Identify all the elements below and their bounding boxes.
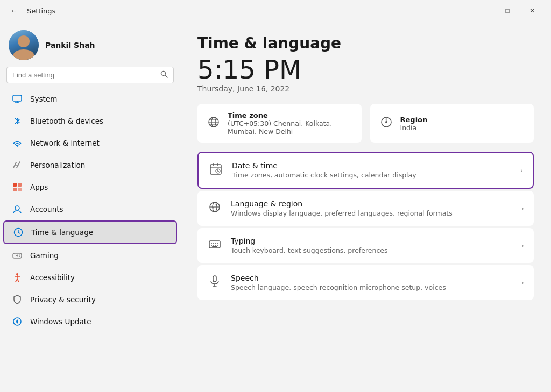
title-bar: ← Settings ─ □ ✕ xyxy=(0,0,551,22)
sidebar-label-gaming: Gaming xyxy=(30,251,59,260)
timezone-card: Time zone (UTC+05:30) Chennai, Kolkata, … xyxy=(197,104,362,143)
sidebar-label-privacy: Privacy & security xyxy=(30,295,96,304)
network-icon xyxy=(12,138,23,148)
speech-desc: Speech language, speech recognition micr… xyxy=(231,283,513,291)
sidebar-label-bluetooth: Bluetooth & devices xyxy=(30,117,103,125)
maximize-button[interactable]: □ xyxy=(495,2,520,19)
svg-rect-10 xyxy=(18,183,22,187)
sidebar-label-accounts: Accounts xyxy=(30,205,63,213)
sidebar-item-network[interactable]: Network & internet xyxy=(3,132,177,154)
setting-date-time[interactable]: Date & time Time zones, automatic clock … xyxy=(197,152,534,189)
current-time: 5:15 PM xyxy=(197,56,534,82)
system-icon xyxy=(12,94,23,104)
region-card: Region India xyxy=(370,104,534,143)
sidebar-label-system: System xyxy=(30,95,57,103)
accessibility-icon xyxy=(12,272,23,283)
search-input[interactable] xyxy=(12,71,156,79)
language-title: Language & region xyxy=(231,199,513,208)
sidebar: Pankil Shah System xyxy=(0,22,180,392)
sidebar-item-bluetooth[interactable]: Bluetooth & devices xyxy=(3,110,177,132)
date-time-desc: Time zones, automatic clock settings, ca… xyxy=(232,171,512,179)
window-title: Settings xyxy=(27,7,55,15)
svg-line-41 xyxy=(218,171,219,172)
content-area: Time & language 5:15 PM Thursday, June 1… xyxy=(180,22,551,392)
svg-line-6 xyxy=(13,162,16,168)
region-icon xyxy=(380,116,393,131)
sidebar-item-personalization[interactable]: Personalization xyxy=(3,154,177,176)
search-box xyxy=(6,67,174,83)
apps-icon xyxy=(12,182,23,193)
sidebar-item-privacy[interactable]: Privacy & security xyxy=(3,289,177,310)
typing-chevron: › xyxy=(521,241,524,250)
setting-language-region[interactable]: A文 Language & region Windows display lan… xyxy=(197,191,534,226)
sidebar-label-update: Windows Update xyxy=(30,317,91,326)
date-time-chevron: › xyxy=(520,166,523,174)
settings-list: Date & time Time zones, automatic clock … xyxy=(197,152,534,300)
timezone-label: Time zone xyxy=(228,111,352,119)
speech-text: Speech Speech language, speech recogniti… xyxy=(231,274,513,291)
timezone-text: Time zone (UTC+05:30) Chennai, Kolkata, … xyxy=(228,111,352,136)
personalization-icon xyxy=(12,160,23,170)
language-chevron: › xyxy=(521,204,524,212)
sidebar-item-accessibility[interactable]: Accessibility xyxy=(3,267,177,288)
timezone-icon xyxy=(207,116,220,131)
svg-line-16 xyxy=(18,232,20,233)
time-icon xyxy=(13,227,24,238)
svg-line-25 xyxy=(16,279,17,282)
sidebar-label-time: Time & language xyxy=(31,228,93,237)
update-icon xyxy=(12,316,23,327)
sidebar-label-personalization: Personalization xyxy=(30,161,85,169)
date-time-text: Date & time Time zones, automatic clock … xyxy=(232,161,512,179)
minimize-button[interactable]: ─ xyxy=(470,2,495,19)
setting-typing[interactable]: Typing Touch keyboard, text suggestions,… xyxy=(197,228,534,263)
svg-point-21 xyxy=(19,256,20,257)
date-time-title: Date & time xyxy=(232,161,512,170)
sidebar-item-apps[interactable]: Apps xyxy=(3,176,177,198)
app-body: Pankil Shah System xyxy=(0,22,551,392)
svg-point-20 xyxy=(19,255,20,256)
search-icon xyxy=(160,70,168,80)
svg-text:文: 文 xyxy=(215,204,217,206)
setting-speech[interactable]: Speech Speech language, speech recogniti… xyxy=(197,265,534,300)
sidebar-label-accessibility: Accessibility xyxy=(30,273,75,282)
svg-rect-11 xyxy=(13,188,17,191)
typing-desc: Touch keyboard, text suggestions, prefer… xyxy=(231,246,513,254)
privacy-icon xyxy=(12,294,23,305)
bluetooth-icon xyxy=(12,116,23,126)
typing-icon xyxy=(207,238,222,253)
sidebar-item-system[interactable]: System xyxy=(3,88,177,110)
gaming-icon xyxy=(12,250,23,261)
accounts-icon xyxy=(12,204,23,215)
region-label: Region xyxy=(400,116,428,124)
language-icon: A文 xyxy=(207,201,222,216)
svg-point-22 xyxy=(16,273,18,275)
page-title: Time & language xyxy=(197,34,534,52)
close-button[interactable]: ✕ xyxy=(520,2,545,19)
timezone-value: (UTC+05:30) Chennai, Kolkata, Mumbai, Ne… xyxy=(228,119,352,136)
svg-point-13 xyxy=(15,206,19,210)
sidebar-item-gaming[interactable]: Gaming xyxy=(3,245,177,266)
speech-icon xyxy=(207,275,222,290)
svg-rect-9 xyxy=(13,183,17,187)
svg-rect-2 xyxy=(13,95,22,101)
region-value: India xyxy=(400,124,428,132)
svg-line-8 xyxy=(17,162,20,168)
search-container xyxy=(0,67,180,88)
sidebar-label-network: Network & internet xyxy=(30,139,100,147)
info-row: Time zone (UTC+05:30) Chennai, Kolkata, … xyxy=(197,104,534,143)
region-text: Region India xyxy=(400,116,428,132)
sidebar-item-update[interactable]: Windows Update xyxy=(3,311,177,332)
sidebar-label-apps: Apps xyxy=(30,183,48,191)
user-profile: Pankil Shah xyxy=(0,22,180,67)
typing-title: Typing xyxy=(231,237,513,245)
nav-menu: System Bluetooth & devices Network & int… xyxy=(0,88,180,333)
speech-chevron: › xyxy=(521,279,524,287)
sidebar-item-time[interactable]: Time & language xyxy=(3,220,177,244)
svg-line-1 xyxy=(165,75,168,78)
back-button[interactable]: ← xyxy=(6,3,22,18)
sidebar-item-accounts[interactable]: Accounts xyxy=(3,198,177,220)
user-name: Pankil Shah xyxy=(45,41,95,49)
language-region-text: Language & region Windows display langua… xyxy=(231,199,513,217)
date-time-icon xyxy=(208,162,223,178)
speech-title: Speech xyxy=(231,274,513,282)
